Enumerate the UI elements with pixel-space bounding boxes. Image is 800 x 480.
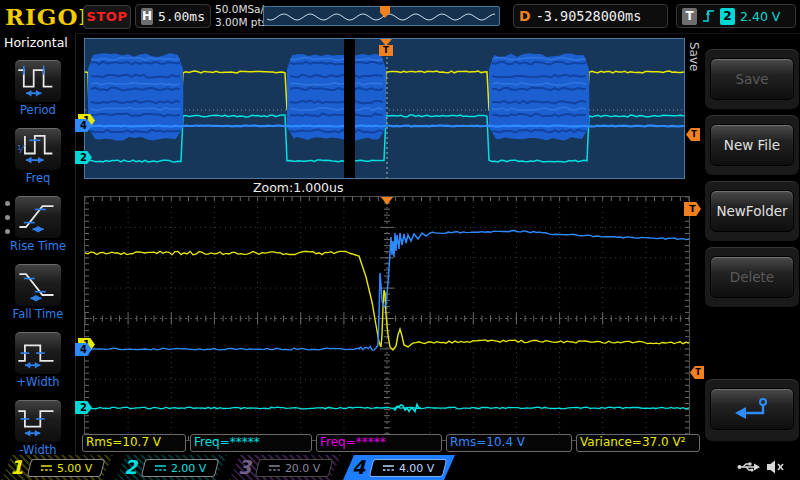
menu-item-freq[interactable]: ⅟ Freq (0, 127, 76, 193)
sample-rate: 50.0MSa/s (215, 3, 270, 16)
svg-text:⅟: ⅟ (17, 145, 25, 156)
menu-item-fall-time[interactable]: Fall Time (0, 263, 76, 329)
rise-time-button[interactable] (14, 195, 62, 239)
zoom-trigger-position-icon[interactable] (381, 197, 393, 205)
zoom-timebase-label: Zoom:1.000us (253, 180, 343, 195)
trigger-position-flag[interactable]: T (378, 39, 394, 57)
usb-icon (737, 461, 761, 474)
horizontal-timebase-panel: H 5.00ms (135, 4, 211, 28)
menu-tab-title: Save (687, 42, 701, 118)
channel-4-chip[interactable]: 4 4.00 V (343, 455, 455, 480)
zoom-delay-marker[interactable]: T (684, 202, 701, 216)
menu-item-pwidth[interactable]: +Width (0, 331, 76, 397)
new-folder-button[interactable]: NewFolder (710, 190, 794, 232)
channel-2-chip[interactable]: 2 2.00 V (115, 455, 227, 480)
status-bar: RIGOL STOP H 5.00ms 50.0MSa/s 3.00M pts … (0, 0, 800, 34)
delay-value: -3.90528000ms (536, 8, 642, 24)
scroll-dot (5, 229, 10, 234)
period-button[interactable] (14, 59, 62, 103)
freq-button[interactable]: ⅟ (14, 127, 62, 171)
channel-scale: 2.00 V (171, 461, 207, 474)
measurement-freq-ch2: Freq=***** (190, 434, 312, 452)
dc-coupling-icon (268, 463, 281, 472)
menu-label: Period (0, 103, 76, 117)
menu-label: +Width (0, 375, 76, 389)
menu-label: Fall Time (0, 307, 76, 321)
fall-time-icon (15, 264, 59, 304)
channel-number: 3 (238, 455, 251, 480)
channel-3-chip[interactable]: 3 20.0 V (229, 455, 341, 480)
trigger-flag-letter: T (379, 45, 393, 56)
waveform-position-preview[interactable] (263, 6, 500, 26)
new-file-button[interactable]: New File (710, 124, 794, 166)
zoom-traces (85, 197, 689, 440)
period-icon (15, 60, 59, 100)
channel-status-bar: 1 5.00 V 2 2.00 V 3 (0, 455, 800, 480)
trigger-panel: T 2 2.40 V (676, 4, 796, 28)
oscilloscope-screen: RIGOL STOP H 5.00ms 50.0MSa/s 3.00M pts … (0, 0, 800, 480)
plus-width-button[interactable] (14, 331, 62, 375)
fall-time-button[interactable] (14, 263, 62, 307)
back-button[interactable] (710, 388, 794, 430)
waveform-overview[interactable] (84, 38, 685, 179)
channel-scale: 20.0 V (285, 461, 321, 474)
speaker-muted-icon (766, 459, 785, 475)
overview-trigger-level-arrow[interactable]: T (686, 128, 700, 141)
zoom-trigger-level-arrow[interactable]: T (690, 366, 704, 379)
measurement-variance: Variance=37.0 V² (576, 434, 700, 452)
dc-coupling-icon (154, 463, 167, 472)
channel-number: 2 (124, 455, 137, 480)
run-state-indicator: STOP (83, 5, 131, 29)
measurement-rms-ch4: Rms=10.4 V (446, 434, 572, 452)
menu-label: Freq (0, 171, 76, 185)
trigger-source-badge: 2 (720, 8, 735, 25)
acquisition-info: 50.0MSa/s 3.00M pts (215, 3, 270, 29)
measurement-rms-ch1: Rms=10.7 V (82, 434, 186, 452)
delay-panel: D -3.90528000ms (513, 4, 668, 28)
channel-scale: 5.00 V (57, 461, 93, 474)
memory-depth: 3.00M pts (215, 16, 270, 29)
menu-item-period[interactable]: Period (0, 59, 76, 125)
measure-menu-sidebar: Horizontal Period ⅟ (0, 33, 76, 455)
channel-number: 4 (352, 455, 365, 480)
plus-width-icon (15, 332, 59, 372)
channel-number: 1 (10, 455, 23, 480)
dc-coupling-icon (40, 463, 53, 472)
rising-edge-icon (702, 8, 715, 24)
freq-icon: ⅟ (15, 128, 59, 168)
return-arrow-icon (732, 396, 772, 422)
channel-1-chip[interactable]: 1 5.00 V (1, 455, 113, 480)
minus-width-button[interactable] (14, 399, 62, 443)
scroll-dot (5, 215, 10, 220)
delay-label: D (519, 8, 531, 24)
delete-button[interactable]: Delete (710, 256, 794, 298)
zoom-waveform-view[interactable] (84, 196, 690, 441)
measurement-freq-ch3: Freq=***** (316, 434, 442, 452)
trigger-level-value: 2.40 V (740, 9, 780, 24)
menu-label: Rise Time (0, 239, 76, 253)
trigger-key-icon: T (682, 8, 697, 25)
scroll-dot (5, 201, 10, 206)
measure-menu-title: Horizontal (4, 35, 68, 50)
channel-scale: 4.00 V (399, 461, 435, 474)
timebase-value: 5.00ms (158, 9, 205, 24)
save-button[interactable]: Save (710, 58, 794, 100)
menu-item-rise-time[interactable]: Rise Time (0, 195, 76, 261)
minus-width-icon (15, 400, 59, 440)
overview-traces (85, 39, 684, 178)
horizontal-key-icon: H (141, 8, 153, 25)
dc-coupling-icon (382, 463, 395, 472)
rise-time-icon (15, 196, 59, 236)
